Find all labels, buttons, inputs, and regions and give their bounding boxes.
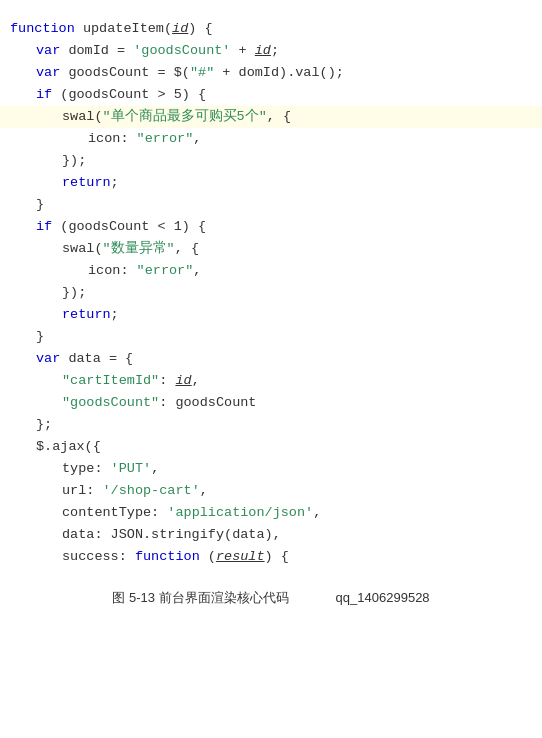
token: icon:: [88, 128, 137, 149]
token: :: [159, 370, 175, 391]
token: ) {: [265, 546, 289, 567]
token: ,: [151, 458, 159, 479]
code-line: "goodsCount": goodsCount: [0, 392, 542, 414]
token: '/shop-cart': [103, 480, 200, 501]
token: swal(: [62, 238, 103, 259]
token: 'goodsCount': [133, 40, 230, 61]
code-line: var domId = 'goodsCount' + id;: [0, 40, 542, 62]
token: swal(: [62, 106, 103, 127]
token: contentType:: [62, 502, 167, 523]
code-line: if (goodsCount < 1) {: [0, 216, 542, 238]
code-block: function updateItem(id) {var domId = 'go…: [0, 10, 542, 576]
token: (: [164, 18, 172, 39]
token: };: [36, 414, 52, 435]
code-line: icon: "error",: [0, 260, 542, 282]
code-line: var goodsCount = $("#" + domId).val();: [0, 62, 542, 84]
token: if: [36, 84, 60, 105]
token: "error": [137, 260, 194, 281]
code-line: return;: [0, 304, 542, 326]
code-line: url: '/shop-cart',: [0, 480, 542, 502]
token: var: [36, 348, 68, 369]
code-line: }: [0, 326, 542, 348]
token: return: [62, 304, 111, 325]
token: ,: [193, 260, 201, 281]
token: "error": [137, 128, 194, 149]
token: id: [175, 370, 191, 391]
token: id: [255, 40, 271, 61]
token: }: [36, 194, 44, 215]
token: }: [36, 326, 44, 347]
token: ,: [192, 370, 200, 391]
token: var: [36, 62, 68, 83]
token: 'PUT': [111, 458, 152, 479]
token: ) {: [188, 18, 212, 39]
token: $.ajax({: [36, 436, 101, 457]
token: goodsCount = $(: [68, 62, 190, 83]
code-line: }: [0, 194, 542, 216]
code-line: function updateItem(id) {: [0, 18, 542, 40]
caption: 图 5-13 前台界面渲染核心代码 qq_1406299528: [0, 576, 542, 617]
token: : goodsCount: [159, 392, 256, 413]
code-line: if (goodsCount > 5) {: [0, 84, 542, 106]
token: var: [36, 40, 68, 61]
token: result: [216, 546, 265, 567]
token: type:: [62, 458, 111, 479]
code-line: $.ajax({: [0, 436, 542, 458]
token: data: JSON.stringify(data),: [62, 524, 281, 545]
code-line: return;: [0, 172, 542, 194]
code-container: function updateItem(id) {var domId = 'go…: [0, 0, 542, 627]
token: function: [10, 18, 83, 39]
token: return: [62, 172, 111, 193]
token: "cartItemId": [62, 370, 159, 391]
code-line: };: [0, 414, 542, 436]
token: "goodsCount": [62, 392, 159, 413]
token: url:: [62, 480, 103, 501]
token: +: [230, 40, 254, 61]
token: ,: [200, 480, 208, 501]
token: ;: [111, 304, 119, 325]
code-line: });: [0, 282, 542, 304]
token: (goodsCount > 5) {: [60, 84, 206, 105]
token: icon:: [88, 260, 137, 281]
token: , {: [267, 106, 291, 127]
token: success:: [62, 546, 135, 567]
code-line: icon: "error",: [0, 128, 542, 150]
code-line: type: 'PUT',: [0, 458, 542, 480]
token: 'application/json': [167, 502, 313, 523]
token: data = {: [68, 348, 133, 369]
token: updateItem: [83, 18, 164, 39]
token: ,: [313, 502, 321, 523]
token: + domId).val();: [214, 62, 344, 83]
token: if: [36, 216, 60, 237]
token: "单个商品最多可购买5个": [103, 106, 267, 127]
token: ;: [271, 40, 279, 61]
token: });: [62, 150, 86, 171]
token: ,: [193, 128, 201, 149]
code-line: success: function (result) {: [0, 546, 542, 568]
token: function: [135, 546, 208, 567]
token: id: [172, 18, 188, 39]
code-line: "cartItemId": id,: [0, 370, 542, 392]
token: "#": [190, 62, 214, 83]
code-line: swal("单个商品最多可购买5个", {: [0, 106, 542, 128]
token: , {: [175, 238, 199, 259]
code-line: });: [0, 150, 542, 172]
code-line: swal("数量异常", {: [0, 238, 542, 260]
code-line: contentType: 'application/json',: [0, 502, 542, 524]
token: ;: [111, 172, 119, 193]
token: (: [208, 546, 216, 567]
token: (goodsCount < 1) {: [60, 216, 206, 237]
token: });: [62, 282, 86, 303]
token: domId =: [68, 40, 133, 61]
code-line: var data = {: [0, 348, 542, 370]
token: "数量异常": [103, 238, 175, 259]
code-line: data: JSON.stringify(data),: [0, 524, 542, 546]
